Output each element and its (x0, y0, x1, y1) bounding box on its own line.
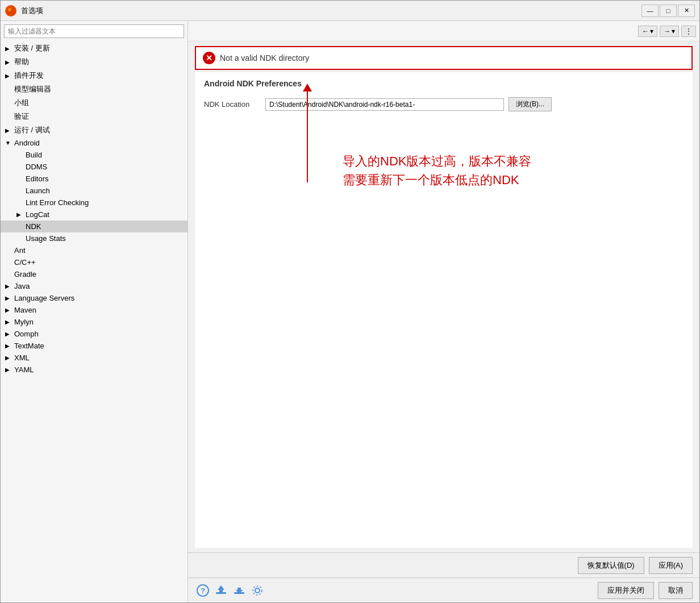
left-panel: ▶ 安装 / 更新 ▶ 帮助 ▶ 插件开发 模型编辑器 小组 (1, 21, 188, 602)
restore-defaults-button[interactable]: 恢复默认值(D) (578, 557, 644, 574)
tree-item-android-logcat[interactable]: ▶ LogCat (1, 209, 188, 221)
right-col: ← ▾ → ▾ ⋮ ✕ Not a valid NDK directory (188, 21, 699, 602)
tree-item-yaml[interactable]: ▶ YAML (1, 364, 188, 376)
tree-item-verify[interactable]: 验证 (1, 110, 188, 123)
error-banner: ✕ Not a valid NDK directory (195, 46, 693, 70)
bottom-bar: ? (188, 577, 699, 602)
arrow-icon: ▶ (5, 355, 12, 361)
close-button[interactable]: ✕ (678, 5, 695, 17)
maximize-button[interactable]: □ (660, 5, 677, 17)
menu-icon: ⋮ (685, 27, 692, 35)
tree-item-mylyn[interactable]: ▶ Mylyn (1, 316, 188, 328)
tree-item-maven[interactable]: ▶ Maven (1, 304, 188, 316)
tree-item-label: Usage Stats (26, 234, 66, 243)
minimize-button[interactable]: — (641, 5, 659, 17)
svg-marker-5 (218, 585, 224, 592)
svg-point-9 (253, 586, 262, 595)
annotation-arrow (303, 84, 312, 182)
forward-icon: → (664, 27, 670, 35)
arrow-icon: ▶ (5, 307, 12, 313)
settings-icon-button[interactable] (249, 583, 265, 598)
tree-item-install-update[interactable]: ▶ 安装 / 更新 (1, 41, 188, 55)
browse-button[interactable]: 浏览(B)... (509, 97, 552, 111)
arrow-icon: ▶ (5, 59, 12, 65)
preferences-title: Android NDK Preferences (204, 79, 684, 88)
tree-item-ant[interactable]: Ant (1, 244, 188, 256)
arrow-icon: ▶ (5, 283, 12, 289)
ndk-location-label: NDK Location (204, 100, 261, 109)
tree-item-label: XML (14, 354, 30, 362)
tree-item-java[interactable]: ▶ Java (1, 280, 188, 292)
arrow-icon: ▶ (5, 127, 12, 134)
app-icon (5, 5, 16, 16)
menu-button[interactable]: ⋮ (681, 26, 696, 37)
tree-item-label: Lint Error Checking (26, 198, 89, 207)
tree-item-label: C/C++ (14, 258, 36, 267)
window-title: 首选项 (21, 6, 641, 16)
import-icon-button[interactable] (231, 583, 247, 598)
filter-input[interactable] (4, 24, 184, 38)
svg-point-8 (255, 588, 260, 593)
tree-item-label: YAML (14, 365, 34, 374)
tree-area: ▶ 安装 / 更新 ▶ 帮助 ▶ 插件开发 模型编辑器 小组 (1, 41, 188, 602)
arrow-icon: ▶ (5, 331, 12, 337)
tree-item-lang-servers[interactable]: ▶ Language Servers (1, 292, 188, 304)
tree-item-label: Java (14, 282, 30, 290)
arrow-icon: ▼ (5, 140, 12, 146)
tree-item-label: 帮助 (14, 57, 29, 67)
back-icon: ← (642, 27, 649, 35)
tree-item-cpp[interactable]: C/C++ (1, 256, 188, 268)
back-button[interactable]: ← ▾ (638, 26, 657, 37)
top-toolbar: ← ▾ → ▾ ⋮ (188, 21, 699, 41)
tree-item-oomph[interactable]: ▶ Oomph (1, 328, 188, 340)
tree-item-model-editor[interactable]: 模型编辑器 (1, 82, 188, 96)
help-icon-button[interactable]: ? (195, 583, 211, 598)
tree-item-label: Build (26, 151, 42, 159)
tree-item-plugin-dev[interactable]: ▶ 插件开发 (1, 69, 188, 82)
apply-close-button[interactable]: 应用并关闭 (598, 582, 654, 599)
svg-point-1 (8, 8, 11, 11)
apply-button[interactable]: 应用(A) (649, 557, 693, 574)
tree-item-android-editors[interactable]: Editors (1, 173, 188, 185)
window-controls: — □ ✕ (641, 5, 695, 17)
tree-item-label: TextMate (14, 342, 44, 350)
tree-item-xml[interactable]: ▶ XML (1, 352, 188, 364)
ndk-location-row: NDK Location 浏览(B)... (204, 97, 684, 111)
tree-item-label: NDK (26, 222, 41, 231)
annotation-line2: 需要重新下一个版本低点的NDK (343, 170, 531, 189)
forward-button[interactable]: → ▾ (660, 26, 679, 37)
ndk-location-input[interactable] (265, 98, 504, 111)
tree-item-android-ddms[interactable]: DDMS (1, 161, 188, 173)
arrow-icon: ▶ (5, 367, 12, 373)
arrow-icon: ▶ (5, 45, 12, 52)
tree-item-label: Oomph (14, 330, 39, 338)
preferences-window: 首选项 — □ ✕ ▶ 安装 / 更新 ▶ 帮助 ▶ (0, 0, 700, 603)
arrow-icon: ▶ (5, 73, 12, 79)
error-icon: ✕ (203, 52, 215, 64)
cancel-button[interactable]: 取消 (659, 582, 693, 599)
bottom-icons: ? (195, 583, 593, 598)
tree-item-textmate[interactable]: ▶ TextMate (1, 340, 188, 352)
tree-item-android-usage[interactable]: Usage Stats (1, 232, 188, 244)
tree-item-label: LogCat (26, 210, 49, 219)
tree-item-label: DDMS (26, 163, 47, 171)
tree-item-android-lint[interactable]: Lint Error Checking (1, 197, 188, 209)
arrow-head (303, 84, 312, 92)
tree-item-android-build[interactable]: Build (1, 149, 188, 161)
tree-item-run-debug[interactable]: ▶ 运行 / 调试 (1, 123, 188, 137)
forward-dropdown-icon: ▾ (672, 27, 675, 35)
export-icon-button[interactable] (213, 583, 229, 598)
tree-item-label: Language Servers (14, 294, 74, 302)
tree-item-android[interactable]: ▼ Android (1, 137, 188, 149)
tree-item-android-ndk[interactable]: NDK (1, 221, 188, 232)
arrow-icon: ▶ (5, 343, 12, 349)
tree-item-android-launch[interactable]: Launch (1, 185, 188, 197)
tree-item-group[interactable]: 小组 (1, 96, 188, 110)
tree-item-help[interactable]: ▶ 帮助 (1, 55, 188, 69)
tree-item-label: Ant (14, 246, 26, 255)
tree-item-gradle[interactable]: Gradle (1, 268, 188, 280)
arrow-icon: ▶ (16, 211, 23, 218)
annotation-text: 导入的NDK版本过高，版本不兼容 需要重新下一个版本低点的NDK (343, 152, 531, 189)
svg-text:?: ? (201, 587, 205, 595)
error-message: Not a valid NDK directory (220, 53, 309, 63)
